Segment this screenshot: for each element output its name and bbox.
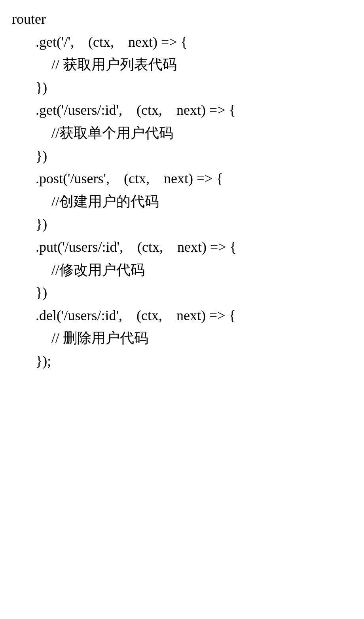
code-line-get1-close: }) [12, 76, 352, 99]
code-line-put-close: }) [12, 281, 352, 304]
code-line-del-open: .del('/users/:id', (ctx, next) => { [12, 304, 352, 327]
code-line-get1-open: .get('/', (ctx, next) => { [12, 31, 352, 54]
code-block: router.get('/', (ctx, next) => {// 获取用户列… [12, 8, 352, 373]
code-line-put-open: .put('/users/:id', (ctx, next) => { [12, 236, 352, 259]
code-line-title: router [12, 8, 352, 31]
code-line-get2-comment: //获取单个用户代码 [12, 122, 352, 145]
code-line-get2-close: }) [12, 145, 352, 168]
code-line-post-close: }) [12, 213, 352, 236]
code-line-put-comment: //修改用户代码 [12, 259, 352, 282]
code-line-del-comment: // 删除用户代码 [12, 327, 352, 350]
code-line-post-open: .post('/users', (ctx, next) => { [12, 167, 352, 190]
code-line-get2-open: .get('/users/:id', (ctx, next) => { [12, 99, 352, 122]
code-line-get1-comment: // 获取用户列表代码 [12, 53, 352, 76]
code-line-del-close: }); [12, 350, 352, 373]
code-line-post-comment: //创建用户的代码 [12, 190, 352, 213]
